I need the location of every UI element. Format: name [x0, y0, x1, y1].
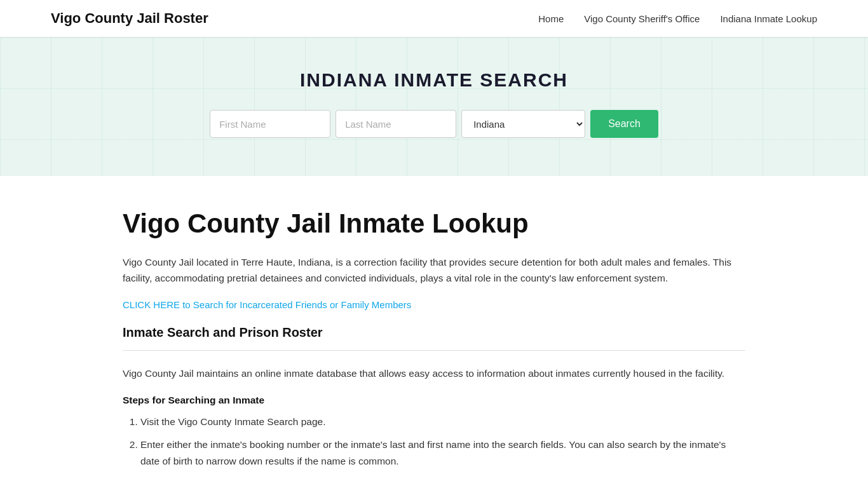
main-content: Vigo County Jail Inmate Lookup Vigo Coun…: [97, 176, 771, 488]
steps-list: Visit the Vigo County Inmate Search page…: [123, 414, 745, 470]
site-title[interactable]: Vigo County Jail Roster: [51, 10, 208, 27]
nav-sheriffs-office[interactable]: Vigo County Sheriff's Office: [584, 13, 700, 24]
hero-title: INDIANA INMATE SEARCH: [13, 69, 855, 91]
section-text: Vigo County Jail maintains an online inm…: [123, 366, 745, 382]
list-item: Visit the Vigo County Inmate Search page…: [140, 414, 745, 430]
cta-link[interactable]: CLICK HERE to Search for Incarcerated Fr…: [123, 299, 745, 310]
hero-section: INDIANA INMATE SEARCH Indiana Search: [0, 37, 868, 176]
inmate-search-form: Indiana Search: [13, 110, 855, 138]
main-nav: Home Vigo County Sheriff's Office Indian…: [538, 13, 817, 24]
search-button[interactable]: Search: [590, 110, 658, 138]
nav-home[interactable]: Home: [538, 13, 564, 24]
inmate-search-subheading: Inmate Search and Prison Roster: [123, 325, 745, 340]
section-divider: [123, 350, 745, 351]
list-item: Enter either the inmate's booking number…: [140, 437, 745, 470]
facility-description: Vigo County Jail located in Terre Haute,…: [123, 255, 745, 287]
site-header: Vigo County Jail Roster Home Vigo County…: [0, 0, 868, 37]
page-heading: Vigo County Jail Inmate Lookup: [123, 208, 745, 240]
first-name-input[interactable]: [210, 110, 330, 138]
steps-heading: Steps for Searching an Inmate: [123, 395, 745, 406]
nav-inmate-lookup[interactable]: Indiana Inmate Lookup: [720, 13, 817, 24]
state-select[interactable]: Indiana: [461, 110, 585, 138]
last-name-input[interactable]: [336, 110, 456, 138]
